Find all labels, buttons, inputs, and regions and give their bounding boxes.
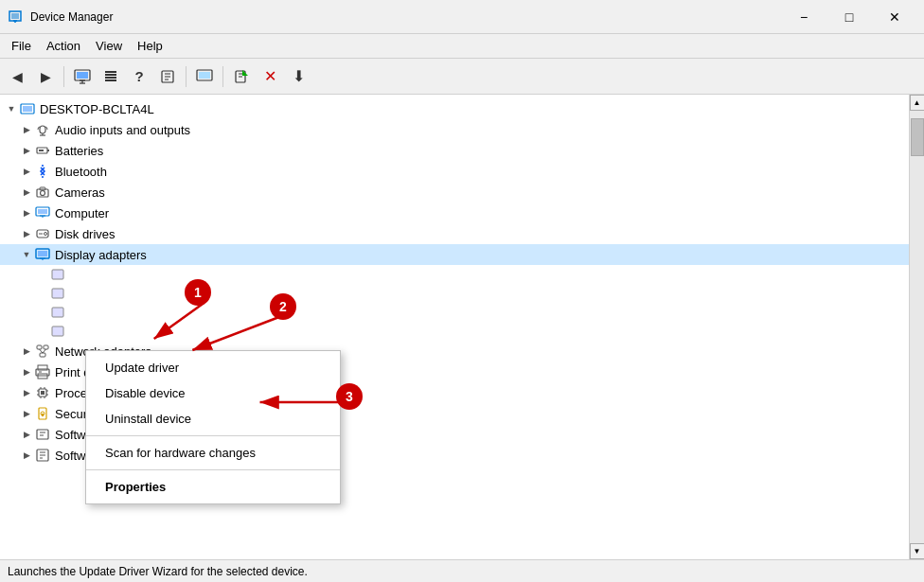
disp-sub1-icon <box>49 266 66 283</box>
tree-item-disp-sub4[interactable] <box>0 322 909 341</box>
processors-expand[interactable]: ▶ <box>19 385 34 400</box>
display-expand[interactable]: ▼ <box>19 247 34 262</box>
softdev-expand[interactable]: ▶ <box>19 448 34 463</box>
scroll-track[interactable] <box>910 111 925 543</box>
tree-item-display[interactable]: ▼ Display adapters <box>0 244 909 265</box>
audio-expand[interactable]: ▶ <box>19 122 34 137</box>
status-text: Launches the Update Driver Wizard for th… <box>8 565 308 578</box>
svg-rect-25 <box>40 126 45 133</box>
toolbar-sep-2 <box>186 66 187 87</box>
svg-line-55 <box>43 349 46 353</box>
back-button[interactable]: ◀ <box>4 63 30 90</box>
bluetooth-icon <box>34 163 51 180</box>
help-button[interactable]: ? <box>126 63 152 90</box>
ctx-scan-hardware[interactable]: Scan for hardware changes <box>86 440 340 466</box>
print-expand[interactable]: ▶ <box>19 364 34 379</box>
close-button[interactable]: ✕ <box>873 2 916 32</box>
ctx-update-driver[interactable]: Update driver <box>86 355 340 380</box>
computer-expand[interactable]: ▶ <box>19 205 34 220</box>
scroll-thumb[interactable] <box>911 118 924 156</box>
menu-action[interactable]: Action <box>39 37 88 55</box>
cameras-expand[interactable]: ▶ <box>19 185 34 200</box>
root-icon <box>19 100 36 117</box>
camera-icon <box>34 184 51 201</box>
ctx-properties[interactable]: Properties <box>86 474 340 500</box>
remove-button[interactable]: ✕ <box>257 63 283 90</box>
svg-rect-48 <box>52 289 63 298</box>
svg-rect-37 <box>38 209 47 214</box>
tree-item-disp-sub1[interactable] <box>0 265 909 284</box>
tree-item-cameras[interactable]: ▶ Cameras <box>0 182 909 203</box>
svg-rect-73 <box>37 430 48 439</box>
list-button[interactable] <box>98 63 124 90</box>
menu-bar: File Action View Help <box>0 34 924 59</box>
disk-label: Disk drives <box>55 227 116 241</box>
monitor-button[interactable] <box>191 63 218 90</box>
disp-sub4-icon <box>49 323 66 340</box>
add-button[interactable] <box>228 63 255 90</box>
properties-button[interactable] <box>154 63 181 90</box>
scrollbar[interactable]: ▲ ▼ <box>909 95 924 559</box>
ctx-uninstall-device[interactable]: Uninstall device <box>86 406 340 432</box>
window-controls: − □ ✕ <box>782 2 916 32</box>
svg-rect-24 <box>23 106 32 112</box>
softcomp-expand[interactable]: ▶ <box>19 427 34 442</box>
menu-help[interactable]: Help <box>130 37 170 55</box>
disk-expand[interactable]: ▶ <box>19 226 34 241</box>
ctx-disable-device[interactable]: Disable device <box>86 380 340 406</box>
disp-sub3-icon <box>49 304 66 321</box>
menu-view[interactable]: View <box>88 37 130 55</box>
app-icon <box>8 9 23 25</box>
svg-rect-49 <box>52 308 63 317</box>
svg-rect-44 <box>38 251 47 256</box>
tree-item-disk[interactable]: ▶ Disk drives <box>0 223 909 244</box>
svg-rect-5 <box>77 72 88 79</box>
computer-button[interactable] <box>69 63 96 90</box>
svg-rect-9 <box>105 71 116 73</box>
svg-rect-12 <box>105 79 116 81</box>
svg-rect-51 <box>37 345 42 349</box>
main-area: ▼ DESKTOP-BCLTA4L ▶ Audio <box>0 95 924 559</box>
tree-item-bluetooth[interactable]: ▶ Bluetooth <box>0 161 909 182</box>
batteries-label: Batteries <box>55 144 103 158</box>
ctx-sep-1 <box>86 435 340 436</box>
cameras-label: Cameras <box>55 185 105 200</box>
display-icon <box>34 246 51 263</box>
svg-rect-72 <box>42 414 44 416</box>
scroll-up-button[interactable]: ▲ <box>910 95 925 111</box>
tree-item-disp-sub3[interactable] <box>0 303 909 322</box>
minimize-button[interactable]: − <box>782 2 826 32</box>
computer-label: Computer <box>55 206 109 220</box>
tree-item-disp-sub2[interactable] <box>0 284 909 303</box>
menu-file[interactable]: File <box>4 37 39 55</box>
window-title: Device Manager <box>30 10 782 24</box>
root-expand[interactable]: ▼ <box>4 101 19 116</box>
bluetooth-label: Bluetooth <box>55 165 107 179</box>
svg-rect-52 <box>44 345 48 349</box>
network-expand[interactable]: ▶ <box>19 344 34 359</box>
scroll-down-button[interactable]: ▼ <box>910 543 925 559</box>
softdev-icon <box>34 447 51 464</box>
disp-sub2-icon <box>49 285 66 302</box>
security-expand[interactable]: ▶ <box>19 406 34 421</box>
svg-rect-1 <box>11 13 19 19</box>
svg-rect-18 <box>199 72 210 79</box>
tree-item-audio[interactable]: ▶ Audio inputs and outputs <box>0 119 909 140</box>
forward-button[interactable]: ▶ <box>32 63 59 90</box>
maximize-button[interactable]: □ <box>827 2 871 32</box>
svg-rect-50 <box>52 326 63 336</box>
tree-item-computer[interactable]: ▶ Computer <box>0 203 909 223</box>
tree-item-batteries[interactable]: ▶ Batteries <box>0 140 909 161</box>
audio-label: Audio inputs and outputs <box>55 123 190 137</box>
scan-button[interactable]: ⬇ <box>285 63 311 90</box>
tree-root[interactable]: ▼ DESKTOP-BCLTA4L <box>0 98 909 119</box>
batteries-expand[interactable]: ▶ <box>19 143 34 158</box>
battery-icon <box>34 142 51 159</box>
computer-icon <box>34 204 51 221</box>
network-icon <box>34 343 51 360</box>
display-label: Display adapters <box>55 248 147 262</box>
svg-point-41 <box>44 233 47 236</box>
bluetooth-expand[interactable]: ▶ <box>19 164 34 179</box>
title-bar: Device Manager − □ ✕ <box>0 0 924 34</box>
context-menu: Update driver Disable device Uninstall d… <box>85 350 341 504</box>
